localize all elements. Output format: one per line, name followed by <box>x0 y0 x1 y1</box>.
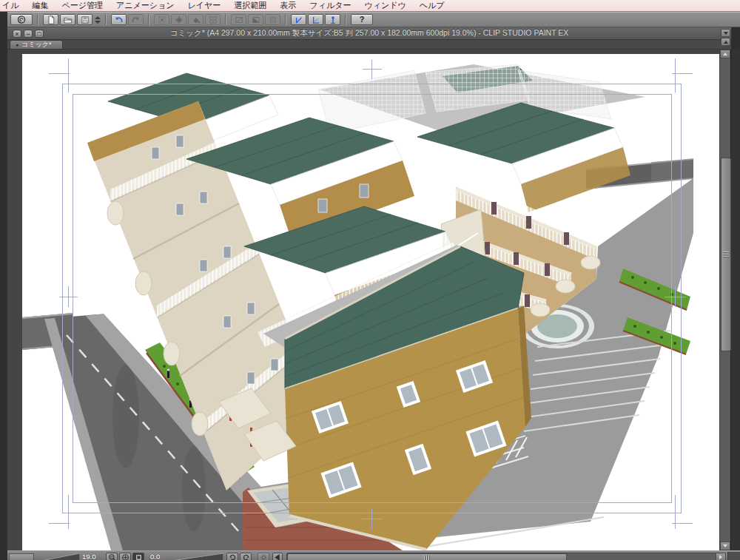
rotation-slider[interactable] <box>172 553 223 560</box>
save-file-button[interactable] <box>77 14 92 25</box>
menu-animation[interactable]: アニメーション <box>110 0 181 11</box>
fit-view-icon <box>121 553 130 560</box>
save-icon <box>81 16 90 24</box>
toolbar-separator <box>285 14 286 25</box>
menu-window[interactable]: ウィンドウ <box>357 0 412 11</box>
panel-toggles <box>721 29 730 46</box>
previous-view-button[interactable] <box>272 553 283 560</box>
frame-icon <box>269 16 278 24</box>
snap-to-ruler-button[interactable] <box>291 14 306 25</box>
toolbar-separator <box>37 14 38 25</box>
vertical-scrollbar-thumb[interactable] <box>721 158 731 351</box>
menu-bar: イル 編集 ページ管理 アニメーション レイヤー 選択範囲 表示 フィルター ウ… <box>0 0 740 12</box>
new-document-icon <box>47 15 56 24</box>
document-title-bar: × − □ コミック* (A4 297.00 x 210.00mm 製本サイズ:… <box>7 27 731 40</box>
toolbar-separator <box>345 14 346 25</box>
fill-icon <box>192 16 201 24</box>
reset-display-button[interactable] <box>258 553 269 560</box>
undo-arrow-icon <box>114 16 124 24</box>
open-folder-icon <box>63 16 73 24</box>
flip-icon <box>235 16 243 24</box>
expand-panel-button[interactable] <box>721 38 730 46</box>
menu-selection[interactable]: 選択範囲 <box>227 0 273 11</box>
collapse-panel-button[interactable] <box>721 29 730 37</box>
fill-selection-button[interactable] <box>188 14 204 25</box>
document-canvas[interactable] <box>7 50 719 550</box>
flip-view-button[interactable] <box>231 14 246 25</box>
move-selection-icon <box>175 16 184 24</box>
zoom-value: 19.0 <box>82 553 96 560</box>
tab-label: コミック* <box>21 40 51 50</box>
clip-studio-home-button[interactable] <box>10 14 33 25</box>
clip-studio-logo <box>16 15 27 24</box>
toolbar-separator <box>148 14 149 25</box>
chevron-down-icon <box>724 32 728 35</box>
document-title: コミック* (A4 297.00 x 210.00mm 製本サイズ:B5 判 2… <box>7 28 731 38</box>
gear-icon <box>260 553 268 560</box>
workspace <box>7 50 740 550</box>
magnifier-minus-icon <box>108 553 116 560</box>
save-format-stepper[interactable] <box>95 16 101 24</box>
shrink-selection-button[interactable] <box>205 14 221 25</box>
scroll-up-button[interactable] <box>720 50 730 58</box>
snap-grid-icon <box>329 16 337 24</box>
zoom-slider[interactable] <box>41 553 80 560</box>
menu-filter[interactable]: フィルター <box>303 0 357 11</box>
menu-edit[interactable]: 編集 <box>26 0 56 11</box>
shrink-selection-icon <box>209 16 218 24</box>
scrollbar-grip <box>424 556 429 560</box>
modified-indicator-icon: ● <box>16 42 18 47</box>
rotation-value: 0.0 <box>150 553 160 560</box>
snap-to-special-ruler-button[interactable] <box>308 14 323 25</box>
menu-view[interactable]: 表示 <box>273 0 303 11</box>
rotate-icon <box>252 16 260 24</box>
rotate-ccw-icon <box>229 553 237 560</box>
menu-file[interactable]: イル <box>1 0 26 11</box>
canvas-tab-bar: ● コミック* <box>7 40 731 50</box>
open-file-button[interactable] <box>60 14 75 25</box>
actual-size-button[interactable] <box>132 553 144 560</box>
question-icon: ? <box>360 16 365 24</box>
rotate-ccw-button[interactable] <box>226 553 238 560</box>
rotate-view-button[interactable] <box>248 14 263 25</box>
move-selection-button[interactable] <box>171 14 186 25</box>
redo-button[interactable] <box>128 14 144 25</box>
rotate-cw-button[interactable] <box>240 553 252 560</box>
chevron-up-icon <box>724 41 728 44</box>
undo-button[interactable] <box>111 14 127 25</box>
toolbar-separator <box>105 14 107 25</box>
status-bar: 19.0 0.0 <box>7 550 740 560</box>
arrow-down-icon <box>723 544 727 547</box>
arrow-up-icon <box>723 53 727 55</box>
fit-to-window-button[interactable] <box>119 553 131 560</box>
status-left-cap <box>9 553 34 560</box>
help-button[interactable]: ? <box>351 14 373 25</box>
horizontal-scrollbar-thumb[interactable] <box>287 553 567 560</box>
snap-to-grid-button[interactable] <box>325 14 340 25</box>
zoom-out-button[interactable] <box>106 553 118 560</box>
menu-layer[interactable]: レイヤー <box>181 0 228 11</box>
scrollbar-grip <box>723 252 729 258</box>
actual-size-icon <box>135 553 143 560</box>
status-bar-corner <box>727 552 740 560</box>
arrow-left-icon <box>275 554 280 560</box>
snap-special-ruler-icon <box>312 16 320 24</box>
redo-arrow-icon <box>131 16 141 24</box>
menu-help[interactable]: ヘルプ <box>413 0 451 11</box>
scroll-right-button[interactable] <box>716 553 726 560</box>
arrow-right-icon <box>719 555 722 559</box>
menu-page-management[interactable]: ページ管理 <box>56 0 110 11</box>
scroll-down-button[interactable] <box>720 542 730 550</box>
window-right-edge <box>730 50 740 550</box>
command-bar: ? <box>7 12 740 27</box>
rotate-cw-icon <box>242 553 250 560</box>
toolbar-separator <box>225 14 226 25</box>
deselect-button[interactable] <box>154 14 169 25</box>
tab-comic[interactable]: ● コミック* <box>10 40 63 49</box>
snap-ruler-icon <box>295 16 303 24</box>
horizontal-scrollbar[interactable] <box>286 553 717 560</box>
frame-view-button[interactable] <box>265 14 280 25</box>
deselect-icon <box>158 16 166 24</box>
new-file-button[interactable] <box>43 14 58 25</box>
vertical-scrollbar[interactable] <box>719 50 730 550</box>
